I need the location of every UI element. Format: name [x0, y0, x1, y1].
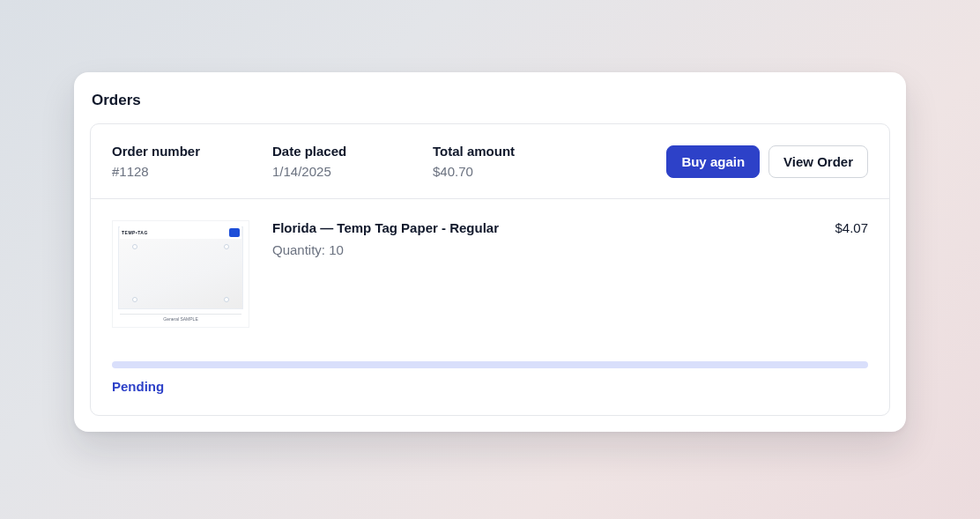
total-amount-label: Total amount [433, 144, 530, 159]
order-actions: Buy again View Order [666, 145, 868, 178]
order-status: Pending [112, 379, 868, 394]
thumbnail-logo-icon [229, 228, 240, 237]
punch-hole-icon [132, 297, 137, 302]
punch-hole-icon [224, 297, 229, 302]
page-title: Orders [92, 92, 890, 109]
line-item-main: Florida — Temp Tag Paper - Regular Quant… [272, 220, 868, 257]
product-quantity: Quantity: 10 [272, 242, 499, 257]
product-thumbnail: TEMP•TAG General SAMPLE [112, 220, 249, 328]
order-body: TEMP•TAG General SAMPLE Florida — Temp T… [91, 199, 889, 415]
date-placed-value: 1/14/2025 [272, 164, 369, 179]
product-name: Florida — Temp Tag Paper - Regular [272, 220, 499, 235]
line-item: TEMP•TAG General SAMPLE Florida — Temp T… [112, 220, 868, 328]
thumbnail-footer: General SAMPLE [120, 314, 241, 322]
order-number-label: Order number [112, 144, 209, 159]
buy-again-button[interactable]: Buy again [666, 145, 760, 178]
thumbnail-header: TEMP•TAG [120, 226, 241, 239]
progress-bar [112, 361, 868, 368]
line-item-info: Florida — Temp Tag Paper - Regular Quant… [272, 220, 499, 257]
view-order-button[interactable]: View Order [768, 145, 868, 178]
date-placed: Date placed 1/14/2025 [272, 144, 369, 179]
total-amount-value: $40.70 [433, 164, 530, 179]
thumbnail-brand: TEMP•TAG [122, 230, 148, 235]
order-number: Order number #1128 [112, 144, 209, 179]
order-meta: Order number #1128 Date placed 1/14/2025… [112, 144, 649, 179]
punch-hole-icon [224, 244, 229, 249]
product-price: $4.07 [835, 220, 868, 257]
orders-card: Orders Order number #1128 Date placed 1/… [74, 72, 906, 432]
punch-hole-icon [132, 244, 137, 249]
order: Order number #1128 Date placed 1/14/2025… [90, 123, 890, 416]
date-placed-label: Date placed [272, 144, 369, 159]
order-number-value: #1128 [112, 164, 209, 179]
order-header: Order number #1128 Date placed 1/14/2025… [91, 124, 889, 198]
total-amount: Total amount $40.70 [433, 144, 530, 179]
